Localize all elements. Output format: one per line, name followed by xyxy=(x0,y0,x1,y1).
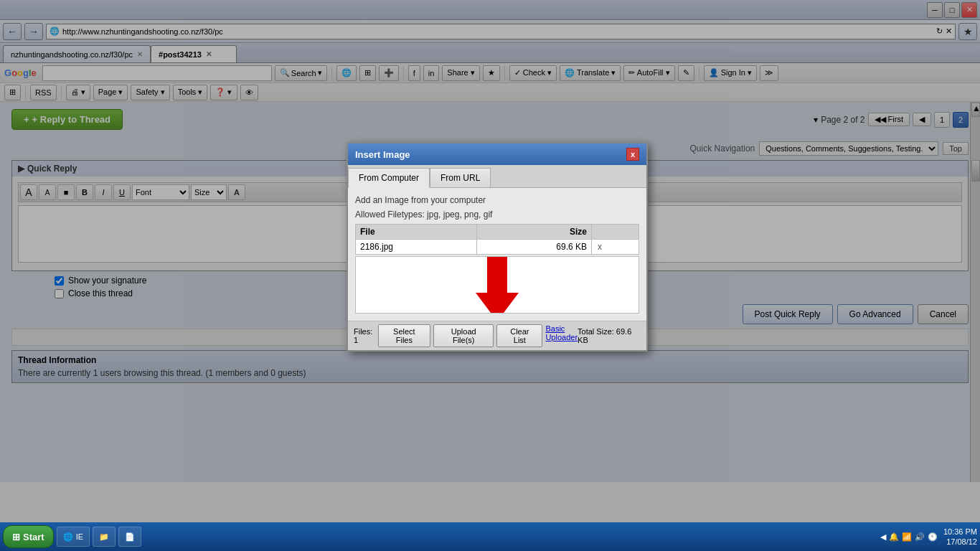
modal-overlay: Insert Image x From Computer From URL Ad… xyxy=(0,0,980,551)
file-drop-area[interactable] xyxy=(355,256,639,314)
windows-icon: ⊞ xyxy=(12,532,20,542)
clock: 10:36 PM 17/08/12 xyxy=(943,527,977,547)
modal-tabs: From Computer From URL xyxy=(348,165,646,188)
windows-taskbar: ⊞ Start 🌐 IE 📁 📄 ◀ 🔔 📶 🔊 🕙 10:36 PM 17/0… xyxy=(0,522,980,551)
notify-icon-1: 🔔 xyxy=(889,532,899,542)
modal-desc-1: Add an Image from your computer xyxy=(355,195,639,205)
modal-tab-from-computer[interactable]: From Computer xyxy=(348,168,430,188)
modal-body: Add an Image from your computer Allowed … xyxy=(348,188,646,321)
red-arrow xyxy=(476,257,519,314)
modal-footer-buttons: Select Files Upload File(s) Clear List B… xyxy=(378,324,578,347)
upload-files-button[interactable]: Upload File(s) xyxy=(433,324,494,347)
file-size: 69.6 KB xyxy=(477,240,592,255)
taskbar-right: ◀ 🔔 📶 🔊 🕙 10:36 PM 17/08/12 xyxy=(880,527,977,547)
remove-col-header xyxy=(592,225,639,240)
volume-icon: 🔊 xyxy=(915,532,925,542)
clear-list-button[interactable]: Clear List xyxy=(496,324,542,347)
time-display: 10:36 PM xyxy=(943,527,977,537)
modal-titlebar: Insert Image x xyxy=(348,143,646,165)
modal-close-button[interactable]: x xyxy=(626,148,639,161)
modal-tab-from-url[interactable]: From URL xyxy=(430,168,491,187)
total-size: Total Size: 69.6 KB xyxy=(578,327,641,344)
start-button[interactable]: ⊞ Start xyxy=(3,525,54,548)
modal-desc-2: Allowed Filetypes: jpg, jpeg, png, gif xyxy=(355,209,639,220)
taskbar-ie[interactable]: 🌐 IE xyxy=(57,527,90,547)
select-files-button[interactable]: Select Files xyxy=(378,324,431,347)
file-col-header: File xyxy=(356,225,477,240)
file-table: File Size 2186.jpg 69.6 KB x xyxy=(355,224,639,255)
taskbar-explorer[interactable]: 📁 xyxy=(93,527,116,547)
ie-icon: 🌐 xyxy=(63,532,73,542)
file-name: 2186.jpg xyxy=(356,240,477,255)
notify-icon-2: 📶 xyxy=(902,532,912,542)
clock-icon: 🕙 xyxy=(928,532,938,542)
date-display: 17/08/12 xyxy=(943,537,977,547)
folder-icon: 📁 xyxy=(99,532,109,542)
size-col-header: Size xyxy=(477,225,592,240)
insert-image-modal: Insert Image x From Computer From URL Ad… xyxy=(347,142,648,352)
arrow-head xyxy=(476,293,519,314)
modal-footer: Files: 1 Select Files Upload File(s) Cle… xyxy=(348,321,646,350)
arrow-stem xyxy=(487,257,507,293)
modal-title: Insert Image xyxy=(355,149,410,160)
arrow-icon[interactable]: ◀ xyxy=(880,532,886,542)
app-icon-1: 📄 xyxy=(125,532,135,542)
files-count: Files: 1 xyxy=(354,327,378,344)
taskbar-app-1[interactable]: 📄 xyxy=(118,527,141,547)
file-remove-button[interactable]: x xyxy=(596,242,603,252)
basic-uploader-link[interactable]: Basic Uploader xyxy=(545,324,578,347)
file-row: 2186.jpg 69.6 KB x xyxy=(356,240,639,255)
systray: ◀ 🔔 📶 🔊 🕙 xyxy=(880,532,938,542)
